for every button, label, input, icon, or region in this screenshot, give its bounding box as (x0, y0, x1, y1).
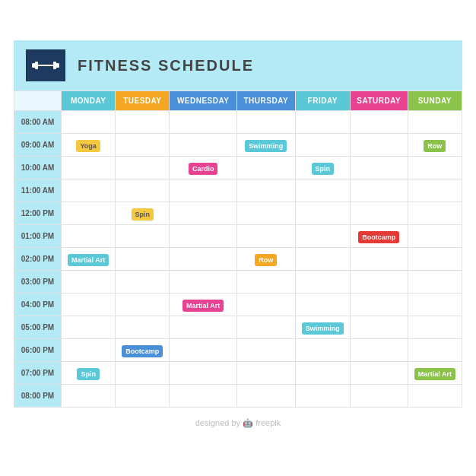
activity-label: Swimming (245, 140, 287, 152)
footer-label: designed by (195, 418, 240, 427)
schedule-cell (295, 179, 350, 202)
activity-label: Martial Art (68, 254, 109, 266)
schedule-cell (170, 385, 237, 408)
day-header-sunday: SUNDAY (408, 91, 462, 111)
schedule-cell: Spin (116, 202, 170, 225)
schedule-cell (350, 271, 408, 294)
schedule-cell (170, 134, 237, 157)
schedule-cell (236, 111, 295, 134)
activity-label: Row (255, 254, 277, 266)
schedule-cell (295, 271, 350, 294)
schedule-cell (62, 385, 116, 408)
schedule-cell (408, 316, 462, 339)
schedule-cell (116, 248, 170, 271)
schedule-cell: Swimming (295, 316, 350, 339)
day-header-wednesday: WEDNESDAY (170, 91, 237, 111)
time-cell: 10:00 AM (14, 157, 62, 179)
schedule-cell: Yoga (62, 134, 116, 157)
schedule-cell (170, 362, 237, 385)
schedule-cell (62, 157, 116, 179)
schedule-cell (295, 111, 350, 134)
schedule-cell (236, 385, 295, 408)
schedule-cell: Bootcamp (116, 339, 170, 362)
activity-label: Row (424, 140, 446, 152)
schedule-cell (116, 111, 170, 134)
schedule-cell (295, 362, 350, 385)
schedule-cell (170, 179, 237, 202)
schedule-cell (116, 362, 170, 385)
schedule-cell (295, 294, 350, 316)
schedule-cell (116, 294, 170, 316)
schedule-cell (236, 362, 295, 385)
schedule-cell (116, 134, 170, 157)
schedule-cell (116, 271, 170, 294)
schedule-cell (236, 202, 295, 225)
footer: designed by 🤖 freepik (14, 418, 462, 428)
time-header (14, 91, 62, 111)
schedule-cell (62, 339, 116, 362)
schedule-cell (236, 271, 295, 294)
activity-label: Swimming (302, 322, 344, 335)
schedule-cell (350, 179, 408, 202)
schedule-cell (408, 385, 462, 408)
schedule-cell (350, 134, 408, 157)
schedule-cell (116, 157, 170, 179)
schedule-table: MONDAY TUESDAY WEDNESDAY THURSDAY FRIDAY… (14, 90, 462, 408)
page-wrapper: FITNESS SCHEDULE MONDAY TUESDAY WEDNESDA… (0, 0, 476, 476)
schedule-cell (408, 294, 462, 316)
time-cell: 04:00 PM (14, 294, 62, 316)
schedule-cell (350, 111, 408, 134)
activity-label: Spin (77, 368, 100, 380)
schedule-cell (170, 271, 237, 294)
schedule-cell (170, 202, 237, 225)
footer-brand: freepik (255, 418, 281, 427)
day-header-tuesday: TUESDAY (116, 91, 170, 111)
schedule-cell (408, 248, 462, 271)
activity-label: Spin (312, 163, 335, 175)
schedule-cell: Spin (295, 157, 350, 179)
day-header-monday: MONDAY (62, 91, 116, 111)
day-header-friday: FRIDAY (295, 91, 350, 111)
time-cell: 07:00 PM (14, 362, 62, 385)
schedule-cell (170, 225, 237, 248)
schedule-cell (116, 179, 170, 202)
time-cell: 08:00 AM (14, 111, 62, 134)
schedule-cell: Martial Art (170, 294, 237, 316)
activity-label: Cardio (189, 163, 218, 175)
schedule-cell (62, 271, 116, 294)
time-cell: 09:00 AM (14, 134, 62, 157)
schedule-cell (350, 157, 408, 179)
schedule-cell (62, 111, 116, 134)
schedule-cell (408, 157, 462, 179)
schedule-cell (116, 316, 170, 339)
schedule-cell: Martial Art (62, 248, 116, 271)
time-cell: 03:00 PM (14, 271, 62, 294)
activity-label: Martial Art (182, 300, 224, 312)
time-cell: 01:00 PM (14, 225, 62, 248)
svg-rect-4 (55, 63, 59, 68)
schedule-cell (350, 248, 408, 271)
day-header-thursday: THURSDAY (236, 91, 295, 111)
schedule-cell (408, 202, 462, 225)
schedule-cell (62, 202, 116, 225)
header-icon-box (26, 49, 65, 81)
schedule-cell (116, 225, 170, 248)
time-cell: 11:00 AM (14, 179, 62, 202)
schedule-cell (408, 225, 462, 248)
schedule-cell (170, 248, 237, 271)
schedule-cell: Bootcamp (350, 225, 408, 248)
schedule-cell (236, 339, 295, 362)
schedule-cell (236, 157, 295, 179)
time-cell: 08:00 PM (14, 385, 62, 408)
schedule-cell (295, 248, 350, 271)
schedule-cell (408, 339, 462, 362)
schedule-cell (236, 316, 295, 339)
activity-label: Martial Art (414, 368, 455, 380)
schedule-cell (295, 202, 350, 225)
schedule-cell: Row (236, 248, 295, 271)
time-cell: 06:00 PM (14, 339, 62, 362)
schedule-cell (170, 339, 237, 362)
activity-label: Yoga (76, 140, 100, 152)
schedule-cell (295, 134, 350, 157)
dumbbell-icon (32, 59, 59, 72)
